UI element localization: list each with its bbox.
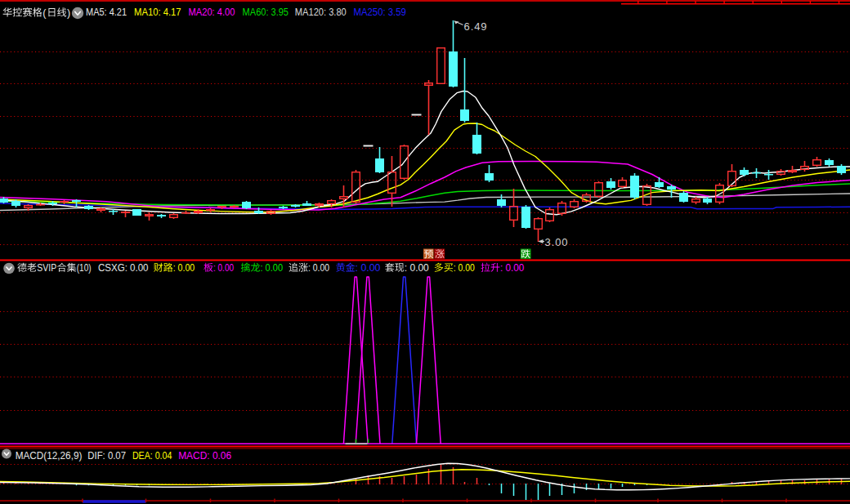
svg-text:MACD(12,26,9): MACD(12,26,9) [16,449,83,462]
svg-text:MA60: 3.95: MA60: 3.95 [243,6,289,18]
svg-text:MA10: 4.17: MA10: 4.17 [134,6,181,18]
svg-text:SVIP: SVIP [37,261,56,274]
svg-text:6.49: 6.49 [464,20,487,33]
svg-text:MA20: 4.00: MA20: 4.00 [189,6,235,18]
svg-text:CSXG: 0.00: CSXG: 0.00 [98,261,149,274]
svg-text:: 0.00: : 0.00 [454,261,475,274]
svg-text:(10): (10) [77,261,92,274]
svg-text:: 0.00: : 0.00 [261,261,284,274]
svg-text:: 0.00: : 0.00 [308,261,329,274]
svg-text:: 0.00: : 0.00 [173,261,195,274]
svg-text:: 0.00: : 0.00 [405,261,429,274]
svg-text:MA120: 3.80: MA120: 3.80 [295,6,347,18]
svg-text:: 0.00: : 0.00 [356,261,381,274]
svg-text:MACD: 0.06: MACD: 0.06 [178,449,231,462]
svg-text:DEA: 0.04: DEA: 0.04 [132,449,172,462]
svg-text:DIF: 0.07: DIF: 0.07 [87,449,126,462]
svg-text:: 0.00: : 0.00 [500,261,524,274]
svg-text:3.00: 3.00 [545,236,568,248]
svg-text:MA5: 4.21: MA5: 4.21 [86,6,127,18]
svg-text:MA250: 3.59: MA250: 3.59 [354,6,406,18]
svg-text:(: ( [42,7,47,19]
svg-text:): ) [67,7,70,19]
svg-text:: 0.00: : 0.00 [213,261,234,274]
